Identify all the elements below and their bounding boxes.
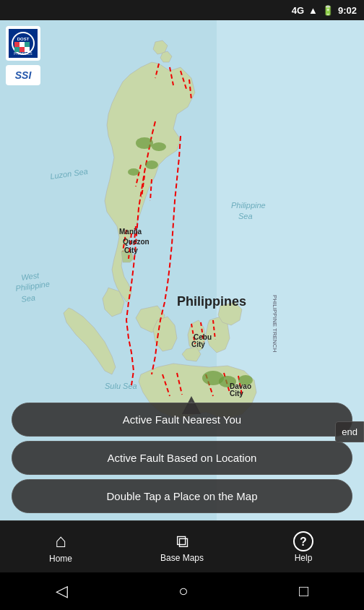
bottom-nav: ⌂ Home ⧉ Base Maps ? Help bbox=[0, 520, 364, 572]
nav-basemaps-label: Base Maps bbox=[160, 553, 204, 563]
svg-point-41 bbox=[145, 160, 158, 169]
back-button[interactable]: ◁ bbox=[56, 582, 68, 601]
svg-text:City: City bbox=[191, 340, 205, 348]
svg-text:Sea: Sea bbox=[238, 212, 253, 220]
svg-rect-3 bbox=[14, 42, 20, 47]
svg-rect-4 bbox=[20, 42, 25, 47]
svg-text:Philippines: Philippines bbox=[177, 294, 246, 309]
ssi-logo: SSI bbox=[6, 65, 40, 85]
nav-help[interactable]: ? Help bbox=[243, 531, 364, 563]
nav-home-label: Home bbox=[49, 554, 72, 564]
help-icon: ? bbox=[293, 531, 313, 551]
svg-text:PHILIPPINE TRENCH: PHILIPPINE TRENCH bbox=[272, 295, 278, 353]
recents-button[interactable]: □ bbox=[299, 582, 308, 601]
svg-text:PHIVOLCS: PHIVOLCS bbox=[14, 51, 32, 56]
home-button[interactable]: ○ bbox=[178, 582, 188, 601]
battery-icon: 🔋 bbox=[322, 5, 334, 16]
home-icon: ⌂ bbox=[55, 530, 66, 552]
svg-point-40 bbox=[128, 168, 139, 176]
svg-point-38 bbox=[136, 137, 153, 149]
svg-text:DOST: DOST bbox=[17, 37, 30, 41]
system-nav-bar: ◁ ○ □ bbox=[0, 572, 364, 610]
map-view[interactable]: DOST PHIVOLCS SSI Luzon Sea West Philipp… bbox=[0, 20, 364, 520]
network-indicator: 4G bbox=[292, 5, 304, 16]
nav-home[interactable]: ⌂ Home bbox=[0, 530, 121, 564]
nearest-fault-button[interactable]: Active Fault Nearest You bbox=[12, 403, 352, 437]
legend-button[interactable]: end bbox=[335, 421, 364, 442]
double-tap-button[interactable]: Double Tap a Place on the Map bbox=[12, 479, 352, 513]
svg-text:Quezon: Quezon bbox=[123, 238, 150, 246]
svg-text:Philippine: Philippine bbox=[231, 201, 266, 210]
nav-basemaps[interactable]: ⧉ Base Maps bbox=[121, 531, 243, 563]
status-bar: 4G ▲ 🔋 9:02 bbox=[0, 0, 364, 20]
location-fault-button[interactable]: Active Fault Based on Location bbox=[12, 441, 352, 475]
phivolcs-logo: DOST PHIVOLCS bbox=[6, 26, 40, 61]
layers-icon: ⧉ bbox=[176, 531, 188, 551]
svg-text:City: City bbox=[124, 246, 138, 254]
time-display: 9:02 bbox=[338, 5, 357, 16]
svg-text:Manila: Manila bbox=[119, 228, 142, 236]
svg-point-39 bbox=[152, 142, 166, 151]
nav-help-label: Help bbox=[295, 553, 313, 563]
action-buttons-container: Active Fault Nearest You Active Fault Ba… bbox=[0, 397, 364, 520]
svg-rect-5 bbox=[25, 42, 30, 47]
signal-icon: ▲ bbox=[308, 5, 318, 16]
